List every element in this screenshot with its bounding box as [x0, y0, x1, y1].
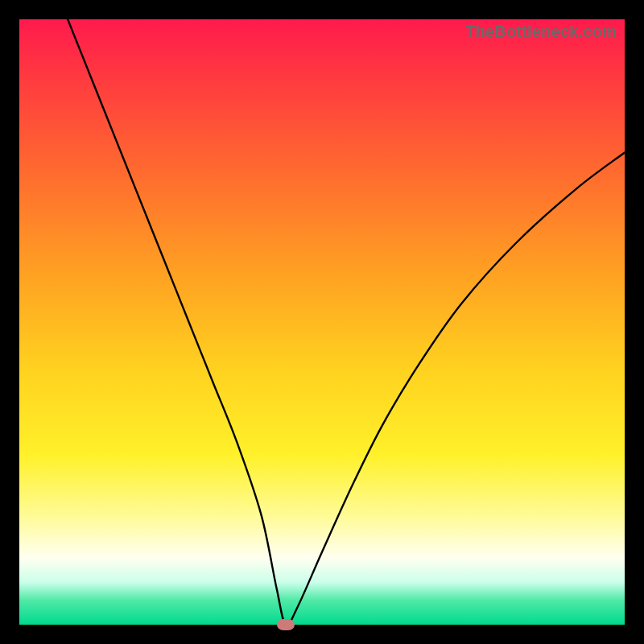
curve-layer — [19, 19, 625, 625]
bottleneck-curve — [68, 19, 625, 625]
chart-frame: TheBottleneck.com — [0, 0, 644, 644]
optimum-marker — [277, 619, 295, 630]
plot-area: TheBottleneck.com — [19, 19, 625, 625]
